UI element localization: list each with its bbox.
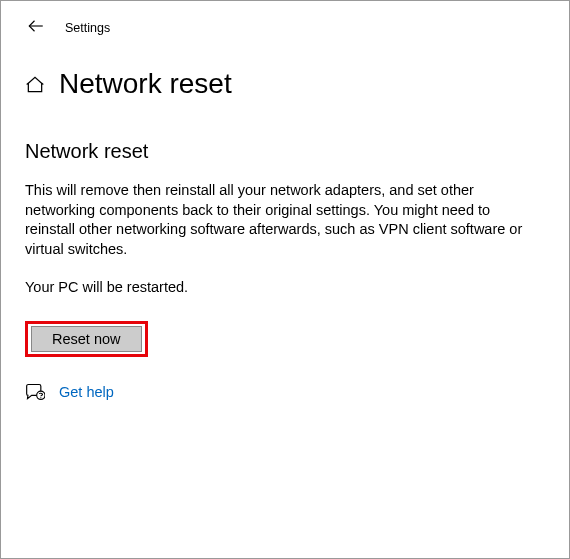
page-header: Network reset — [1, 46, 569, 106]
section-title: Network reset — [25, 140, 541, 163]
content-area: Network reset This will remove then rein… — [1, 106, 569, 401]
description-text: This will remove then reinstall all your… — [25, 181, 525, 259]
get-help-row: Get help — [25, 381, 541, 401]
svg-point-2 — [40, 397, 41, 398]
reset-button-highlight: Reset now — [25, 321, 148, 357]
back-arrow-icon[interactable] — [27, 17, 45, 38]
restart-note: Your PC will be restarted. — [25, 279, 541, 295]
title-bar: Settings — [1, 1, 569, 46]
page-title: Network reset — [59, 68, 232, 100]
reset-now-button[interactable]: Reset now — [31, 326, 142, 352]
home-icon[interactable] — [25, 74, 45, 94]
get-help-icon[interactable] — [25, 383, 45, 401]
app-title: Settings — [65, 21, 110, 35]
get-help-link[interactable]: Get help — [59, 384, 114, 400]
